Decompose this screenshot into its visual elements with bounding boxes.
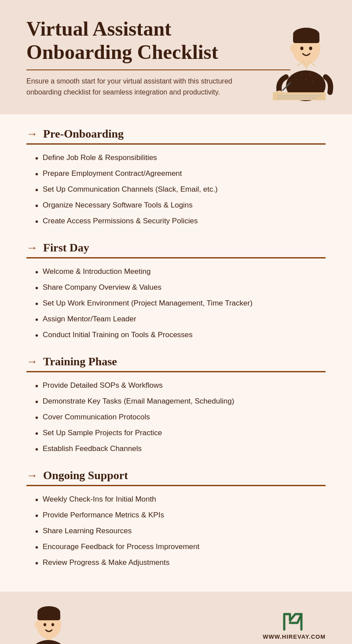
list-item: Organize Necessary Software Tools & Logi…	[35, 199, 326, 212]
list-item: Share Company Overview & Values	[35, 281, 326, 295]
svg-point-14	[305, 78, 307, 80]
list-item: Cover Communication Protocols	[35, 411, 326, 424]
list-item: Provide Detailed SOPs & Workflows	[35, 379, 326, 393]
header-section: Virtual Assistant Onboarding Checklist E…	[0, 0, 352, 114]
list-item: Encourage Feedback for Process Improveme…	[35, 541, 326, 554]
page-title: Virtual Assistant Onboarding Checklist	[26, 18, 273, 64]
footer-website: WWW.HIREVAY.COM	[263, 633, 326, 640]
checklist-first-day: Welcome & Introduction Meeting Share Com…	[26, 266, 326, 342]
list-item: Review Progress & Make Adjustments	[35, 557, 326, 570]
list-item: Provide Performance Metrics & KPIs	[35, 509, 326, 522]
svg-point-16	[296, 79, 298, 81]
list-item: Set Up Communication Channels (Slack, Em…	[35, 183, 326, 196]
header-illustration	[255, 4, 339, 106]
header-divider	[26, 69, 290, 70]
footer-illustration	[13, 600, 84, 644]
svg-point-11	[309, 47, 312, 50]
svg-point-13	[301, 74, 302, 76]
list-item: Define Job Role & Responsibilities	[35, 152, 326, 165]
section-pre-onboarding: → Pre-Onboarding Define Job Role & Respo…	[26, 127, 326, 228]
section-ongoing-support: → Ongoing Support Weekly Check-Ins for I…	[26, 469, 326, 570]
section-header-ongoing: → Ongoing Support	[26, 469, 326, 486]
list-item: Welcome & Introduction Meeting	[35, 266, 326, 279]
footer-section: WWW.HIREVAY.COM	[0, 592, 352, 644]
list-item: Assign Mentor/Team Leader	[35, 313, 326, 326]
section-arrow-pre-onboarding: →	[26, 127, 38, 141]
section-title-pre-onboarding: Pre-Onboarding	[43, 127, 124, 141]
list-item: Share Learning Resources	[35, 525, 326, 538]
list-item: Weekly Check-Ins for Initial Month	[35, 493, 326, 506]
svg-rect-30	[37, 612, 60, 620]
svg-point-17	[312, 80, 313, 82]
section-first-day: → First Day Welcome & Introduction Meeti…	[26, 241, 326, 342]
checklist-ongoing: Weekly Check-Ins for Initial Month Provi…	[26, 493, 326, 570]
list-item: Conduct Initial Training on Tools & Proc…	[35, 329, 326, 342]
svg-rect-3	[273, 92, 326, 100]
list-item: Set Up Work Environment (Project Managem…	[35, 297, 326, 310]
list-item: Demonstrate Key Tasks (Email Management,…	[35, 395, 326, 408]
section-training-phase: → Training Phase Provide Detailed SOPs &…	[26, 355, 326, 456]
section-arrow-ongoing: →	[26, 469, 38, 482]
section-header-pre-onboarding: → Pre-Onboarding	[26, 127, 326, 145]
svg-point-10	[301, 47, 304, 50]
list-item: Set Up Sample Projects for Practice	[35, 427, 326, 440]
svg-point-12	[290, 45, 294, 52]
svg-point-33	[35, 622, 38, 628]
svg-point-32	[51, 623, 54, 626]
section-arrow-training: →	[26, 355, 38, 368]
section-header-first-day: → First Day	[26, 241, 326, 258]
section-header-training: → Training Phase	[26, 355, 326, 372]
checklist-training: Provide Detailed SOPs & Workflows Demons…	[26, 379, 326, 456]
section-title-first-day: First Day	[43, 241, 89, 255]
list-item: Establish Feedback Channels	[35, 443, 326, 456]
footer-logo-area: WWW.HIREVAY.COM	[263, 610, 326, 640]
svg-point-18	[31, 640, 66, 644]
list-item: Create Access Permissions & Security Pol…	[35, 215, 326, 228]
svg-point-15	[309, 73, 311, 75]
svg-point-31	[44, 623, 46, 626]
list-item: Prepare Employment Contract/Agreement	[35, 167, 326, 181]
main-content: → Pre-Onboarding Define Job Role & Respo…	[0, 114, 352, 592]
section-title-ongoing: Ongoing Support	[43, 469, 128, 482]
section-title-training: Training Phase	[43, 355, 117, 368]
hirevay-logo-icon	[282, 610, 306, 632]
svg-rect-9	[293, 34, 319, 43]
section-arrow-first-day: →	[26, 241, 38, 255]
checklist-pre-onboarding: Define Job Role & Responsibilities Prepa…	[26, 152, 326, 228]
header-subtitle: Ensure a smooth start for your virtual a…	[26, 76, 246, 98]
